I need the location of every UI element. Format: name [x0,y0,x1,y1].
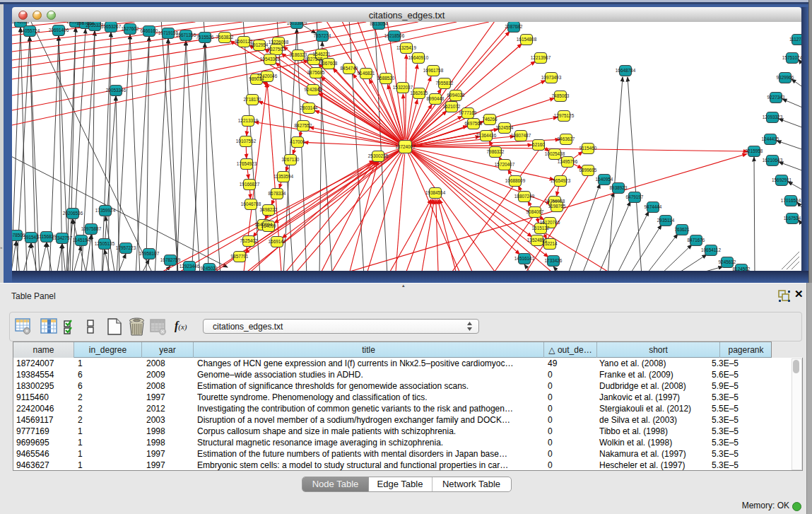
svg-text:746266: 746266 [482,117,498,122]
svg-text:17359924: 17359924 [95,208,116,213]
svg-text:1145194: 1145194 [73,238,90,243]
svg-text:9245612: 9245612 [719,259,736,264]
svg-text:9327503: 9327503 [268,47,286,52]
svg-text:1198765: 1198765 [548,204,566,209]
svg-text:12923446: 12923446 [180,264,200,269]
svg-text:17016534: 17016534 [781,198,801,203]
svg-text:7955812: 7955812 [436,81,454,86]
svg-text:16961758: 16961758 [423,68,444,73]
svg-text:7857274: 7857274 [314,33,331,38]
svg-text:15322037: 15322037 [393,85,413,90]
svg-text:20691406: 20691406 [49,28,69,33]
svg-text:763621: 763621 [674,227,690,232]
svg-text:16782759: 16782759 [160,257,181,262]
svg-text:21364436: 21364436 [476,133,497,138]
svg-text:6994028: 6994028 [447,93,465,98]
svg-text:9329966: 9329966 [777,75,794,80]
svg-text:1244415: 1244415 [762,136,779,141]
svg-text:20053346: 20053346 [106,88,126,93]
svg-text:13226058: 13226058 [269,40,289,45]
svg-text:15720407: 15720407 [495,162,515,167]
svg-text:8427552: 8427552 [295,123,312,128]
svg-text:1733426: 1733426 [545,258,563,263]
svg-text:6466160: 6466160 [141,28,158,33]
svg-text:1669144: 1669144 [269,239,286,244]
svg-text:12505135: 12505135 [95,241,115,246]
svg-text:1640954: 1640954 [596,177,613,182]
svg-text:6899695: 6899695 [579,168,597,173]
svg-text:9463627: 9463627 [558,136,575,141]
svg-text:22420046: 22420046 [257,74,278,78]
svg-text:15692911: 15692911 [772,177,792,182]
svg-text:19384554: 19384554 [425,190,446,195]
svg-text:14516141: 14516141 [514,256,535,261]
svg-text:16671355: 16671355 [176,33,196,37]
svg-text:62160: 62160 [532,142,545,147]
svg-text:19166827: 19166827 [240,182,260,187]
svg-text:7625402: 7625402 [240,238,258,243]
svg-text:10688609: 10688609 [505,178,526,183]
svg-text:10107552: 10107552 [236,139,257,144]
svg-text:10975887: 10975887 [81,226,102,231]
svg-text:12213319: 12213319 [238,118,259,123]
svg-text:9245021: 9245021 [201,266,218,271]
svg-text:6497568: 6497568 [465,121,483,126]
svg-text:7485063: 7485063 [552,93,570,98]
svg-text:16120746: 16120746 [540,220,560,225]
svg-text:16154808: 16154808 [517,37,537,42]
svg-text:1621072: 1621072 [443,104,461,109]
svg-text:15751074: 15751074 [782,55,801,60]
svg-text:8813054: 8813054 [370,22,388,26]
svg-text:8990448: 8990448 [427,96,445,101]
svg-text:1362615: 1362615 [411,90,428,95]
svg-text:17654923: 17654923 [237,161,257,166]
svg-text:12342757: 12342757 [52,235,73,240]
svg-text:9227343: 9227343 [767,95,785,100]
svg-text:2718170: 2718170 [244,97,261,102]
svg-text:12093323: 12093323 [763,115,783,119]
svg-text:18807249: 18807249 [514,194,535,199]
svg-text:11325419: 11325419 [396,45,416,50]
svg-text:9857791: 9857791 [231,254,249,259]
svg-text:9115460: 9115460 [579,146,597,151]
svg-text:1588520: 1588520 [377,76,395,81]
svg-text:9146821: 9146821 [358,71,375,76]
svg-text:17957223: 17957223 [116,245,136,250]
svg-text:6479197: 6479197 [626,194,644,199]
svg-text:9777169: 9777169 [459,110,477,115]
svg-text:9084067: 9084067 [526,209,544,214]
svg-text:10973493: 10973493 [541,75,562,80]
svg-text:10807487: 10807487 [511,133,531,138]
svg-text:8454749: 8454749 [341,66,358,71]
svg-text:19654923: 19654923 [551,178,571,183]
svg-text:9242848: 9242848 [305,87,322,92]
svg-text:12213967: 12213967 [531,55,551,60]
svg-text:1527602: 1527602 [122,26,139,31]
svg-text:10025438: 10025438 [545,151,565,156]
svg-text:8678334: 8678334 [269,191,286,196]
svg-text:3267130: 3267130 [282,157,300,162]
svg-text:3624554: 3624554 [496,125,514,130]
svg-text:10653267: 10653267 [101,24,122,29]
svg-text:16648784: 16648784 [616,68,636,73]
svg-text:164099: 164099 [261,223,276,228]
svg-text:18724007: 18724007 [395,144,416,149]
svg-text:7515526: 7515526 [196,35,214,40]
svg-text:20206536: 20206536 [63,211,83,216]
svg-text:8471676: 8471676 [688,238,705,243]
svg-text:8938923: 8938923 [610,185,628,190]
svg-text:1746026: 1746026 [12,22,30,24]
svg-text:16640910: 16640910 [408,55,429,60]
svg-text:16033809: 16033809 [287,22,307,25]
svg-text:2367608: 2367608 [320,61,338,66]
svg-text:3498222: 3498222 [260,207,278,212]
svg-text:252214: 252214 [542,241,558,246]
svg-text:3875685: 3875685 [307,70,325,75]
svg-text:1112745: 1112745 [789,37,801,42]
svg-text:12975125: 12975125 [554,113,575,118]
svg-text:19756928: 19756928 [545,199,565,204]
svg-text:1546231: 1546231 [313,52,331,57]
svg-text:2803144: 2803144 [300,105,318,110]
svg-text:1167534: 1167534 [784,216,801,221]
svg-text:16046788: 16046788 [241,201,261,206]
